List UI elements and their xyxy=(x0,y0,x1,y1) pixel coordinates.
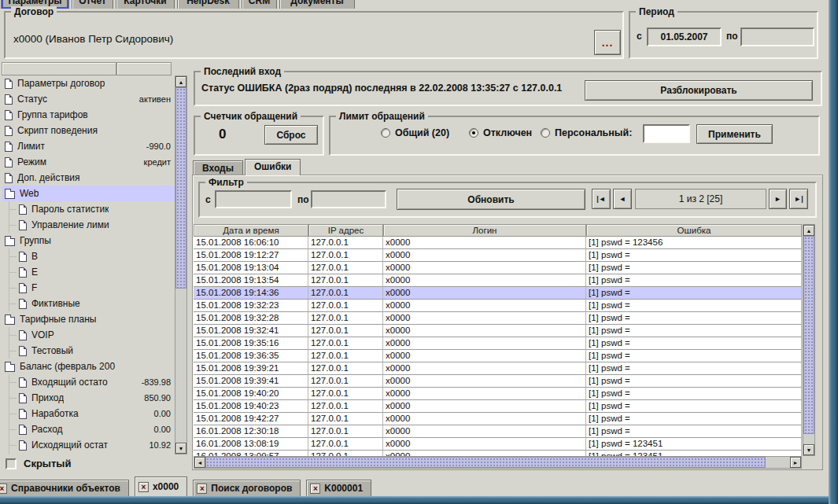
scroll-up-icon[interactable]: ▲ xyxy=(175,76,186,87)
tree-item[interactable]: Наработка0.00 xyxy=(2,406,175,421)
scroll-up-icon[interactable]: ▲ xyxy=(803,225,814,236)
tree-item-label: Группы xyxy=(20,235,51,246)
tree-item[interactable]: Доп. действия xyxy=(2,170,175,186)
tree-item[interactable]: Тестовый xyxy=(2,343,175,359)
tree-item[interactable]: Входящий остато-839.98 xyxy=(2,374,175,390)
table-row[interactable]: 15.01.2008 19:42:27127.0.0.1x0000[1] psw… xyxy=(194,413,802,425)
radio-option-1[interactable]: Общий (20) xyxy=(381,127,449,138)
apply-button[interactable]: Применить xyxy=(696,124,773,144)
refresh-button[interactable]: Обновить xyxy=(397,189,585,210)
tree-item[interactable]: Статусактивен xyxy=(2,91,175,107)
tree-item[interactable]: Web xyxy=(2,186,175,201)
table-cell: [1] pswd = xyxy=(586,362,802,375)
table-vertical-scrollbar[interactable]: ▲ ▼ xyxy=(803,224,815,456)
table-row[interactable]: 15.01.2008 19:32:28127.0.0.1x0000[1] psw… xyxy=(194,312,802,325)
table-cell: 127.0.0.1 xyxy=(308,325,383,337)
tree-item[interactable]: Режимкредит xyxy=(2,154,175,170)
close-icon[interactable]: × xyxy=(310,484,320,494)
bottom-tab-2[interactable]: ×x0000 xyxy=(135,476,187,497)
next-page-button[interactable]: ► xyxy=(769,189,787,209)
bottom-tab-4[interactable]: ×K000001 xyxy=(306,480,371,497)
tree-item[interactable]: Пароль статистик xyxy=(2,201,175,217)
unlock-button[interactable]: Разблокировать xyxy=(585,80,813,101)
reset-button[interactable]: Сброс xyxy=(264,125,318,145)
tree-item[interactable] xyxy=(2,453,175,454)
table-row[interactable]: 15.01.2008 19:13:54127.0.0.1x0000[1] psw… xyxy=(194,274,802,287)
tree-item[interactable]: VOIP xyxy=(2,327,175,343)
scroll-down-icon[interactable]: ▼ xyxy=(175,443,186,454)
table-row[interactable]: 15.01.2008 19:32:23127.0.0.1x0000[1] psw… xyxy=(194,300,802,312)
tree-scrollbar-thumb[interactable] xyxy=(175,87,186,289)
tree-item[interactable]: E xyxy=(2,264,175,280)
bottom-tab-1[interactable]: ×Справочники объектов xyxy=(0,480,129,497)
table-row[interactable]: 15.01.2008 19:36:35127.0.0.1x0000[1] psw… xyxy=(194,350,802,362)
log-tab-1[interactable]: Входы xyxy=(193,160,243,175)
tree-item[interactable]: Приход850.90 xyxy=(2,390,175,406)
tree-item[interactable]: Расход0.00 xyxy=(2,421,175,437)
table-row[interactable]: 15.01.2008 16:06:10127.0.0.1x0000[1] psw… xyxy=(194,237,802,249)
radio-option-2[interactable]: Отключен xyxy=(469,127,532,138)
table-row[interactable]: 16.01.2008 13:08:19127.0.0.1x0000[1] psw… xyxy=(194,438,802,451)
table-row[interactable]: 15.01.2008 19:40:20127.0.0.1x0000[1] psw… xyxy=(194,388,802,400)
close-icon[interactable]: × xyxy=(0,484,7,494)
column-header[interactable]: Логин xyxy=(383,224,586,237)
tree-item[interactable]: Группа тарифов xyxy=(2,107,175,123)
tree-connector xyxy=(9,421,19,437)
prev-page-button[interactable]: ◄ xyxy=(613,189,632,209)
close-icon[interactable]: × xyxy=(138,482,149,492)
period-from-field[interactable]: 01.05.2007 xyxy=(647,28,722,46)
tree-item[interactable]: Скрипт поведения xyxy=(2,123,175,138)
tree-item[interactable]: Баланс (февраль 200 xyxy=(2,359,175,374)
table-row[interactable]: 15.01.2008 19:13:04127.0.0.1x0000[1] psw… xyxy=(194,262,802,274)
period-groupbox: Период с 01.05.2007 по xyxy=(629,11,818,59)
top-tab-3[interactable]: Карточки xyxy=(116,0,175,9)
table-row[interactable]: 15.01.2008 19:12:27127.0.0.1x0000[1] psw… xyxy=(194,249,802,262)
scroll-right-icon[interactable]: ► xyxy=(790,457,801,468)
period-to-field[interactable] xyxy=(740,28,814,46)
tree-scrollbar[interactable]: ▲ ▼ xyxy=(175,75,187,454)
first-page-button[interactable]: |◄ xyxy=(592,189,611,209)
tree-item[interactable]: Управление лими xyxy=(2,217,175,233)
table-cell: x0000 xyxy=(383,262,586,274)
top-tab-2[interactable]: Отчет xyxy=(72,0,113,9)
table-horizontal-scrollbar[interactable]: ◄ ► xyxy=(194,456,802,469)
counter-groupbox: Счетчик обращений 0 Сброс xyxy=(194,116,324,156)
tree-item[interactable]: Параметры договор xyxy=(2,75,175,91)
top-tab-4[interactable]: HelpDesk xyxy=(177,0,239,9)
table-row[interactable]: 15.01.2008 19:14:36127.0.0.1x0000[1] psw… xyxy=(194,287,802,300)
table-row[interactable]: 15.01.2008 19:32:41127.0.0.1x0000[1] psw… xyxy=(194,325,802,337)
table-hscrollbar-thumb[interactable] xyxy=(205,457,766,468)
hidden-checkbox[interactable] xyxy=(6,458,17,469)
table-row[interactable]: 16.01.2008 13:09:57127.0.0.1x0000[1] psw… xyxy=(194,451,802,456)
table-row[interactable]: 15.01.2008 19:39:21127.0.0.1x0000[1] psw… xyxy=(194,362,802,375)
column-header[interactable]: Дата и время xyxy=(194,224,308,237)
scroll-down-icon[interactable]: ▼ xyxy=(803,444,814,455)
tree-item[interactable]: Фиктивные xyxy=(2,296,175,311)
tree-item[interactable]: B xyxy=(2,248,175,264)
tree-item[interactable]: Исходящий остат10.92 xyxy=(2,437,175,453)
table-row[interactable]: 15.01.2008 19:40:23127.0.0.1x0000[1] psw… xyxy=(194,400,802,413)
bottom-tab-3[interactable]: ×Поиск договоров xyxy=(193,480,301,497)
filter-from-field[interactable] xyxy=(215,190,292,208)
tree-item[interactable]: Группы xyxy=(2,233,175,248)
last-page-button[interactable]: ►| xyxy=(789,189,808,209)
radio-option-3[interactable]: Персональный: xyxy=(541,127,632,138)
column-header[interactable]: Ошибка xyxy=(586,224,802,237)
personal-limit-field[interactable] xyxy=(643,124,690,143)
log-tab-2[interactable]: Ошибки xyxy=(245,159,301,175)
table-row[interactable]: 16.01.2008 12:30:18127.0.0.1x0000[1] psw… xyxy=(194,425,802,438)
filter-to-field[interactable] xyxy=(311,190,386,208)
tree-item[interactable]: Лимит-990.0 xyxy=(2,138,175,154)
contract-browse-button[interactable]: ... xyxy=(594,30,621,55)
table-row[interactable]: 15.01.2008 19:35:16127.0.0.1x0000[1] psw… xyxy=(194,337,802,350)
top-tab-5[interactable]: CRM xyxy=(242,0,277,9)
tree-item[interactable]: F xyxy=(2,280,175,296)
table-row[interactable]: 15.01.2008 19:39:41127.0.0.1x0000[1] psw… xyxy=(194,375,802,388)
top-tab-6[interactable]: Документы xyxy=(279,0,355,9)
table-scrollbar-thumb[interactable] xyxy=(803,236,814,434)
scroll-left-icon[interactable]: ◄ xyxy=(194,457,205,468)
tree-connector xyxy=(9,217,19,233)
close-icon[interactable]: × xyxy=(197,484,207,494)
column-header[interactable]: IP адрес xyxy=(308,224,383,237)
tree-item[interactable]: Тарифные планы xyxy=(2,311,175,327)
